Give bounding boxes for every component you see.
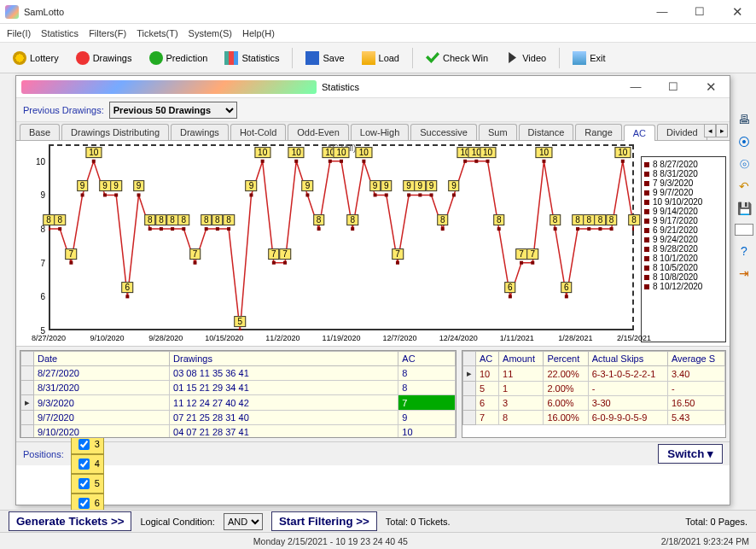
tab-ac[interactable]: AC xyxy=(624,125,655,141)
child-maximize-button[interactable]: ☐ xyxy=(654,75,692,99)
lottery-button[interactable]: Lottery xyxy=(5,46,67,70)
cell-amount[interactable]: 3 xyxy=(499,396,544,411)
export-icon[interactable]: ⇥ xyxy=(737,266,751,280)
svg-rect-18 xyxy=(249,193,253,196)
menu-statistics[interactable]: Statistics xyxy=(41,28,79,38)
cell-percent[interactable]: 2.00% xyxy=(544,382,588,396)
undo-icon[interactable]: ↶ xyxy=(737,179,751,193)
menu-systems[interactable]: System(S) xyxy=(189,28,232,38)
ac-summary-grid[interactable]: ACAmountPercentActual SkipsAverage S▸101… xyxy=(462,350,726,438)
child-minimize-button[interactable]: — xyxy=(617,75,654,99)
tab-divided[interactable]: Divided xyxy=(657,124,707,140)
col-header[interactable]: Drawings xyxy=(170,352,398,366)
cell-avg[interactable]: 3.40 xyxy=(667,366,724,382)
video-button[interactable]: Video xyxy=(497,46,554,70)
save-icon[interactable]: 💾 xyxy=(737,201,751,215)
menu-filtersf[interactable]: Filters(F) xyxy=(89,28,126,38)
cell-date[interactable]: 9/7/2020 xyxy=(34,411,170,425)
cell-ac[interactable]: 10 xyxy=(476,366,499,382)
cell-percent[interactable]: 16.00% xyxy=(544,411,588,425)
tab-base[interactable]: Base xyxy=(20,124,60,140)
cell-amount[interactable]: 11 xyxy=(499,366,544,382)
check-win-button[interactable]: Check Win xyxy=(418,46,496,70)
previous-drawings-select[interactable]: Previous 50 Drawings xyxy=(109,102,237,119)
cell-date[interactable]: 8/31/2020 xyxy=(34,381,170,395)
cell-ac[interactable]: 6 xyxy=(476,396,499,411)
svg-rect-3 xyxy=(81,193,84,196)
tab-drawings[interactable]: Drawings xyxy=(171,124,229,140)
tab-odd-even[interactable]: Odd-Even xyxy=(288,124,349,140)
tab-scroll-left[interactable]: ◂ xyxy=(704,124,716,137)
menu-ticketst[interactable]: Tickets(T) xyxy=(137,28,177,38)
cell-ac[interactable]: 7 xyxy=(398,395,456,411)
position-checkbox-5[interactable]: 5 xyxy=(71,474,104,494)
save-button[interactable]: Save xyxy=(298,46,352,70)
cell-percent[interactable]: 22.00% xyxy=(544,366,588,382)
load-button[interactable]: Load xyxy=(354,46,407,70)
generate-tickets-button[interactable]: Generate Tickets >> xyxy=(9,511,131,531)
help-icon[interactable]: ? xyxy=(737,244,751,258)
cell-avg[interactable]: - xyxy=(667,382,724,396)
cell-drawings[interactable]: 01 15 21 29 34 41 xyxy=(170,381,398,395)
prediction-button[interactable]: Prediction xyxy=(142,46,216,70)
statistics-button[interactable]: Statistics xyxy=(217,46,287,70)
cell-ac[interactable]: 5 xyxy=(476,382,499,396)
tab-range[interactable]: Range xyxy=(575,124,621,140)
child-close-button[interactable]: ✕ xyxy=(692,75,730,99)
cell-drawings[interactable]: 04 07 21 28 37 41 xyxy=(170,425,398,439)
tab-successive[interactable]: Successive xyxy=(410,124,477,140)
menu-filei[interactable]: File(I) xyxy=(7,28,31,38)
col-header[interactable]: Percent xyxy=(544,352,588,366)
close-button[interactable]: ✕ xyxy=(718,0,756,24)
cell-amount[interactable]: 1 xyxy=(499,382,544,396)
cell-drawings[interactable]: 03 08 11 35 36 41 xyxy=(170,366,398,381)
drawings-grid[interactable]: DateDrawingsAC8/27/202003 08 11 35 36 41… xyxy=(20,350,457,438)
zoom-out-icon[interactable]: ⦾ xyxy=(737,157,751,171)
col-header[interactable]: AC xyxy=(476,352,499,366)
col-header[interactable]: AC xyxy=(398,352,456,366)
cell-date[interactable]: 8/27/2020 xyxy=(34,366,170,381)
cell-skips[interactable]: 6-3-1-0-5-2-2-1 xyxy=(588,366,667,382)
cell-drawings[interactable]: 11 12 24 27 40 42 xyxy=(170,395,398,411)
cell-avg[interactable]: 16.50 xyxy=(667,396,724,411)
logical-condition-select[interactable]: AND xyxy=(224,513,263,530)
color-picker-icon[interactable] xyxy=(735,224,753,236)
cell-skips[interactable]: 6-0-9-9-0-5-9 xyxy=(588,411,667,425)
cell-ac[interactable]: 7 xyxy=(476,411,499,425)
exit-button[interactable]: Exit xyxy=(565,46,613,70)
print-icon[interactable]: 🖶 xyxy=(737,113,751,126)
svg-rect-16 xyxy=(227,227,230,231)
cell-date[interactable]: 9/10/2020 xyxy=(34,425,170,439)
cell-avg[interactable]: 5.43 xyxy=(667,411,724,425)
tab-low-high[interactable]: Low-High xyxy=(351,124,409,140)
cell-ac[interactable]: 8 xyxy=(398,381,456,395)
cell-ac[interactable]: 8 xyxy=(398,366,456,381)
svg-rect-10 xyxy=(160,227,163,231)
cell-ac[interactable]: 10 xyxy=(398,425,456,439)
col-header[interactable]: Date xyxy=(34,352,170,366)
tab-hot-cold[interactable]: Hot-Cold xyxy=(230,124,286,140)
col-header[interactable]: Actual Skips xyxy=(588,352,667,366)
tab-sum[interactable]: Sum xyxy=(479,124,517,140)
tab-drawings-distributing[interactable]: Drawings Distributing xyxy=(61,124,169,140)
cell-date[interactable]: 9/3/2020 xyxy=(34,395,170,411)
switch-button[interactable]: Switch ▾ xyxy=(658,444,723,464)
cell-skips[interactable]: 3-30 xyxy=(588,396,667,411)
position-checkbox-4[interactable]: 4 xyxy=(71,454,104,474)
maximize-button[interactable]: ☐ xyxy=(681,0,718,24)
zoom-in-icon[interactable]: ⦿ xyxy=(737,135,751,149)
menu-helph[interactable]: Help(H) xyxy=(242,28,275,38)
tab-scroll-right[interactable]: ▸ xyxy=(716,124,728,137)
cell-drawings[interactable]: 07 21 25 28 31 40 xyxy=(170,411,398,425)
cell-skips[interactable]: - xyxy=(588,382,667,396)
cell-amount[interactable]: 8 xyxy=(499,411,544,425)
minimize-button[interactable]: — xyxy=(643,0,681,24)
tab-distance[interactable]: Distance xyxy=(519,124,574,140)
col-header[interactable]: Average S xyxy=(667,352,724,366)
cell-percent[interactable]: 6.00% xyxy=(544,396,588,411)
start-filtering-button[interactable]: Start Filtering >> xyxy=(271,511,377,531)
cell-ac[interactable]: 9 xyxy=(398,411,456,425)
y-tick: 10 xyxy=(36,156,45,166)
col-header[interactable]: Amount xyxy=(499,352,544,366)
drawings-button[interactable]: Drawings xyxy=(68,46,140,70)
